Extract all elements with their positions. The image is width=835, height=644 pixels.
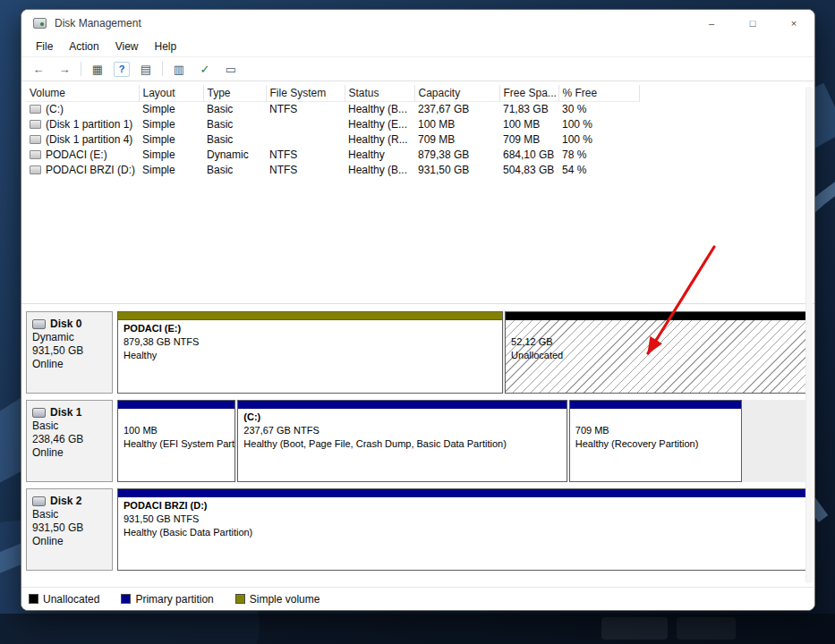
- volume-title: PODACI BRZI (D:): [124, 499, 807, 513]
- menu-view[interactable]: View: [107, 38, 147, 55]
- column-header[interactable]: Volume: [26, 85, 139, 101]
- volume-detail-line: Healthy (Basic Data Partition): [124, 526, 807, 539]
- volume-region[interactable]: (C:)237,67 GB NTFSHealthy (Boot, Page Fi…: [237, 400, 567, 482]
- volume-cell: NTFS: [266, 101, 345, 116]
- disk-volumes-strip: PODACI (E:)879,38 GB NTFSHealthy52,12 GB…: [117, 311, 810, 394]
- volume-cell: Simple: [139, 162, 203, 177]
- volume-region[interactable]: PODACI (E:)879,38 GB NTFSHealthy: [117, 311, 503, 394]
- detail-pane-icon[interactable]: ▭: [221, 60, 241, 78]
- export-list-icon[interactable]: ▤: [136, 60, 156, 78]
- volume-cell: 879,38 GB: [414, 147, 499, 162]
- volume-name: (Disk 1 partition 1): [46, 118, 132, 131]
- volume-detail-line: Healthy: [124, 349, 500, 362]
- volume-title: [575, 411, 740, 424]
- column-header[interactable]: Layout: [139, 85, 203, 101]
- menu-action[interactable]: Action: [61, 38, 107, 55]
- properties-icon[interactable]: ▥: [169, 60, 189, 78]
- volume-title: (C:): [243, 411, 564, 424]
- volume-row[interactable]: (Disk 1 partition 4)SimpleBasicHealthy (…: [26, 131, 639, 147]
- volume-name-cell: (Disk 1 partition 1): [26, 116, 139, 131]
- disk-info-line: Online: [32, 446, 107, 460]
- close-button[interactable]: ×: [773, 10, 814, 37]
- volume-region[interactable]: PODACI BRZI (D:)931,50 GB NTFSHealthy (B…: [117, 488, 810, 571]
- disk-row: Disk 1Basic238,46 GBOnline100 MBHealthy …: [26, 400, 810, 482]
- column-header[interactable]: File System: [266, 85, 345, 101]
- volume-cell: 237,67 GB: [414, 101, 499, 116]
- volume-color-strip: [118, 489, 809, 497]
- maximize-button[interactable]: □: [732, 10, 773, 37]
- legend-item: Simple volume: [235, 593, 320, 606]
- column-header[interactable]: % Free: [558, 85, 639, 101]
- volume-cell: 78 %: [558, 147, 639, 162]
- volume-cell: 100 MB: [499, 116, 558, 131]
- window-title: Disk Management: [55, 17, 141, 30]
- volume-cell: Simple: [139, 116, 203, 131]
- minimize-button[interactable]: –: [691, 10, 732, 37]
- volume-table-header-row: VolumeLayoutTypeFile SystemStatusCapacit…: [26, 85, 639, 101]
- unallocated-region[interactable]: 52,12 GBUnallocated: [505, 311, 808, 394]
- volume-drive-icon: [30, 150, 41, 159]
- volume-cell: [266, 131, 345, 147]
- volume-row[interactable]: (Disk 1 partition 1)SimpleBasicHealthy (…: [26, 116, 639, 131]
- disk-panel-2[interactable]: Disk 2Basic931,50 GBOnline: [26, 488, 113, 571]
- volume-cell: Basic: [203, 162, 266, 177]
- volume-name-cell: PODACI BRZI (D:): [26, 162, 139, 177]
- disk-panel-1[interactable]: Disk 1Basic238,46 GBOnline: [26, 400, 113, 482]
- volume-cell: Healthy (R...: [345, 131, 414, 147]
- volume-row[interactable]: (C:)SimpleBasicNTFSHealthy (B...237,67 G…: [26, 101, 639, 116]
- help-icon[interactable]: ?: [114, 62, 130, 77]
- volume-cell: 684,10 GB: [499, 147, 558, 162]
- volume-title: [511, 322, 805, 335]
- volume-cell: 709 MB: [499, 131, 558, 147]
- console-tree-icon[interactable]: ▦: [88, 60, 107, 78]
- disk-name-label: Disk 0: [50, 318, 81, 330]
- back-icon[interactable]: ←: [29, 60, 48, 78]
- volume-cell: 100 %: [558, 131, 639, 147]
- toolbar-separator: [162, 62, 163, 76]
- disk-info-line: 931,50 GB: [32, 521, 107, 535]
- column-header[interactable]: Free Spa...: [499, 85, 558, 101]
- menu-file[interactable]: File: [28, 38, 61, 55]
- volume-cell: Basic: [203, 131, 266, 147]
- legend-item: Primary partition: [121, 593, 213, 606]
- volume-cell: 504,83 GB: [499, 162, 558, 177]
- legend: UnallocatedPrimary partitionSimple volum…: [21, 587, 814, 610]
- disk-row: Disk 0Dynamic931,50 GBOnlinePODACI (E:)8…: [26, 311, 810, 394]
- column-header[interactable]: Type: [203, 85, 266, 101]
- volume-list-pane: VolumeLayoutTypeFile SystemStatusCapacit…: [21, 81, 814, 304]
- volume-detail-line: 237,67 GB NTFS: [243, 424, 564, 437]
- forward-icon[interactable]: →: [55, 60, 74, 78]
- legend-label: Unallocated: [43, 593, 99, 606]
- column-header[interactable]: Status: [345, 85, 414, 101]
- menu-help[interactable]: Help: [147, 38, 185, 55]
- volume-region[interactable]: 709 MBHealthy (Recovery Partition): [569, 400, 743, 482]
- disk-info-line: Dynamic: [32, 331, 107, 344]
- volume-cell: Healthy: [345, 147, 414, 162]
- volume-row[interactable]: PODACI BRZI (D:)SimpleBasicNTFSHealthy (…: [26, 162, 639, 177]
- volume-name: PODACI (E:): [46, 148, 107, 161]
- menu-bar: FileActionViewHelp: [21, 37, 814, 57]
- title-bar[interactable]: Disk Management –□×: [21, 10, 814, 37]
- check-disk-icon[interactable]: ✓: [195, 60, 215, 78]
- volume-row[interactable]: PODACI (E:)SimpleDynamicNTFSHealthy879,3…: [26, 147, 639, 162]
- legend-swatch: [235, 594, 245, 604]
- volume-drive-icon: [30, 135, 41, 144]
- volume-cell: 100 %: [558, 116, 639, 131]
- disk-panel-0[interactable]: Disk 0Dynamic931,50 GBOnline: [26, 311, 113, 394]
- volume-cell: Basic: [203, 101, 266, 116]
- volume-detail-line: 100 MB: [124, 424, 233, 437]
- volume-cell: Simple: [139, 147, 203, 162]
- disk-info-line: 931,50 GB: [32, 344, 107, 358]
- volume-color-strip: [506, 312, 807, 320]
- vertical-scrollbar[interactable]: [805, 87, 813, 583]
- volume-detail-line: 879,38 GB NTFS: [124, 335, 500, 349]
- volume-table-body: (C:)SimpleBasicNTFSHealthy (B...237,67 G…: [26, 101, 639, 177]
- volume-color-strip: [570, 401, 742, 409]
- volume-table: VolumeLayoutTypeFile SystemStatusCapacit…: [26, 85, 640, 177]
- volume-region[interactable]: 100 MBHealthy (EFI System Partition): [117, 400, 235, 482]
- volume-name-cell: (Disk 1 partition 4): [26, 131, 139, 147]
- column-header[interactable]: Capacity: [414, 85, 499, 101]
- volume-cell: [266, 116, 345, 131]
- volume-color-strip: [118, 312, 502, 320]
- volume-name-cell: PODACI (E:): [26, 147, 139, 162]
